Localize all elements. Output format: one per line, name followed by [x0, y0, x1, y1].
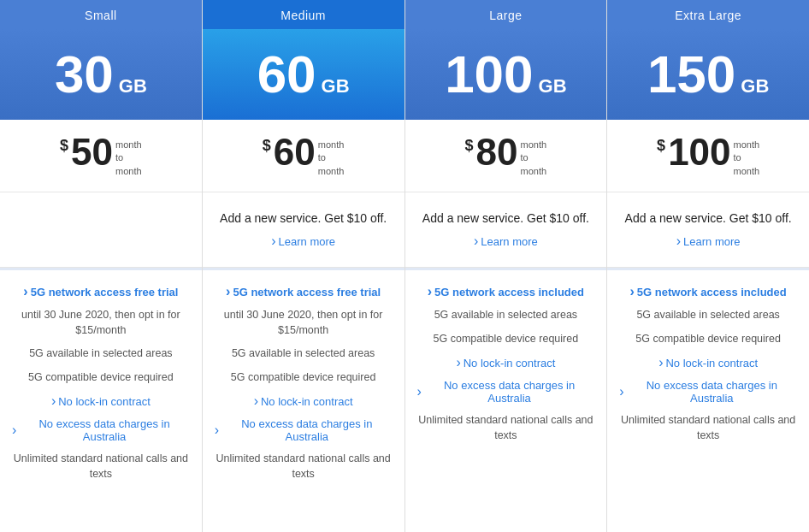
plan-gb-small: 30 GB: [0, 29, 202, 120]
price-amount-medium: 60: [274, 133, 316, 171]
gb-label-xlarge: GB: [741, 75, 769, 98]
feature-item-xlarge-1: 5G available in selected areas: [619, 308, 797, 323]
gb-label-large: GB: [539, 75, 567, 98]
price-period-large: monthtomonth: [521, 139, 547, 178]
feature-item-xlarge-0[interactable]: 5G network access included: [619, 284, 797, 299]
plan-price-small: $ 50 monthtomonth: [0, 120, 202, 192]
feature-item-small-1: until 30 June 2020, then opt in for $15/…: [12, 308, 190, 338]
promo-link-large[interactable]: Learn more: [474, 233, 538, 249]
feature-item-large-5: Unlimited standard national calls and te…: [417, 413, 595, 443]
price-dollar-xlarge: $: [657, 137, 665, 155]
promo-text-xlarge: Add a new service. Get $10 off.: [625, 210, 792, 228]
promo-link-xlarge[interactable]: Learn more: [676, 233, 741, 249]
price-amount-large: 80: [476, 133, 518, 171]
plan-features-small: 5G network access free trialuntil 30 Jun…: [0, 268, 202, 532]
plan-gb-xlarge: 150 GB: [607, 29, 809, 120]
plan-price-large: $ 80 monthtomonth: [405, 120, 607, 192]
feature-item-small-6: Unlimited standard national calls and te…: [12, 452, 190, 482]
feature-item-small-4[interactable]: No lock-in contract: [12, 393, 190, 409]
feature-item-small-5[interactable]: No excess data charges in Australia: [12, 417, 190, 443]
price-amount-xlarge: 100: [668, 133, 730, 171]
feature-item-large-4[interactable]: No excess data charges in Australia: [417, 379, 595, 405]
plan-features-large: 5G network access included5G available i…: [405, 268, 607, 532]
feature-item-large-0[interactable]: 5G network access included: [417, 284, 595, 299]
plan-gb-large: 100 GB: [405, 29, 607, 120]
plan-price-xlarge: $ 100 monthtomonth: [607, 120, 809, 192]
feature-item-xlarge-2: 5G compatible device required: [619, 332, 797, 347]
feature-item-medium-2: 5G available in selected areas: [215, 346, 393, 362]
plan-col-large: Large 100 GB $ 80 monthtomonth Add a new…: [405, 0, 608, 532]
plan-price-medium: $ 60 monthtomonth: [203, 120, 404, 192]
feature-item-small-0[interactable]: 5G network access free trial: [12, 284, 190, 299]
plan-header-large: Large: [405, 0, 607, 29]
feature-item-xlarge-3[interactable]: No lock-in contract: [619, 355, 797, 370]
promo-text-large: Add a new service. Get $10 off.: [422, 210, 589, 228]
feature-item-small-3: 5G compatible device required: [12, 370, 190, 386]
plan-features-xlarge: 5G network access included5G available i…: [607, 268, 809, 532]
gb-label-small: GB: [119, 75, 147, 98]
price-dollar-small: $: [60, 137, 68, 155]
gb-label-medium: GB: [322, 75, 350, 98]
feature-item-medium-5[interactable]: No excess data charges in Australia: [215, 417, 393, 443]
promo-text-medium: Add a new service. Get $10 off.: [220, 210, 387, 228]
price-dollar-medium: $: [263, 137, 271, 155]
plan-col-medium: Medium 60 GB $ 60 monthtomonth Add a new…: [203, 0, 405, 532]
feature-item-large-1: 5G available in selected areas: [417, 308, 595, 323]
feature-item-xlarge-4[interactable]: No excess data charges in Australia: [619, 379, 797, 405]
promo-link-medium[interactable]: Learn more: [271, 233, 335, 249]
plan-header-medium: Medium: [203, 0, 404, 29]
gb-number-medium: 60: [257, 48, 316, 101]
feature-item-medium-0[interactable]: 5G network access free trial: [215, 284, 393, 299]
plan-features-medium: 5G network access free trialuntil 30 Jun…: [203, 268, 404, 532]
feature-item-medium-4[interactable]: No lock-in contract: [215, 393, 393, 409]
price-dollar-large: $: [465, 137, 474, 155]
feature-item-medium-3: 5G compatible device required: [215, 370, 393, 386]
plan-promo-xlarge: Add a new service. Get $10 off. Learn mo…: [607, 192, 809, 268]
gb-number-small: 30: [55, 48, 114, 101]
plan-gb-medium: 60 GB: [203, 29, 404, 120]
feature-item-large-2: 5G compatible device required: [417, 332, 595, 347]
plan-promo-large: Add a new service. Get $10 off. Learn mo…: [405, 192, 607, 268]
plan-col-xlarge: Extra Large 150 GB $ 100 monthtomonth Ad…: [607, 0, 809, 532]
feature-item-large-3[interactable]: No lock-in contract: [417, 355, 595, 370]
price-amount-small: 50: [71, 133, 113, 171]
feature-item-medium-1: until 30 June 2020, then opt in for $15/…: [215, 308, 393, 338]
price-period-small: monthtomonth: [115, 139, 142, 178]
feature-item-small-2: 5G available in selected areas: [12, 346, 190, 362]
price-period-medium: monthtomonth: [318, 139, 345, 178]
plan-promo-medium: Add a new service. Get $10 off. Learn mo…: [203, 192, 404, 268]
plan-col-small: Small 30 GB $ 50 monthtomonth 5G network…: [0, 0, 203, 532]
gb-number-large: 100: [445, 48, 533, 101]
price-period-xlarge: monthtomonth: [734, 139, 760, 178]
gb-number-xlarge: 150: [647, 48, 735, 101]
pricing-table: Small 30 GB $ 50 monthtomonth 5G network…: [0, 0, 809, 532]
plan-header-xlarge: Extra Large: [607, 0, 809, 29]
plan-header-small: Small: [0, 0, 202, 29]
feature-item-xlarge-5: Unlimited standard national calls and te…: [619, 413, 797, 443]
feature-item-medium-6: Unlimited standard national calls and te…: [215, 452, 393, 482]
plan-promo-small: [0, 192, 202, 268]
